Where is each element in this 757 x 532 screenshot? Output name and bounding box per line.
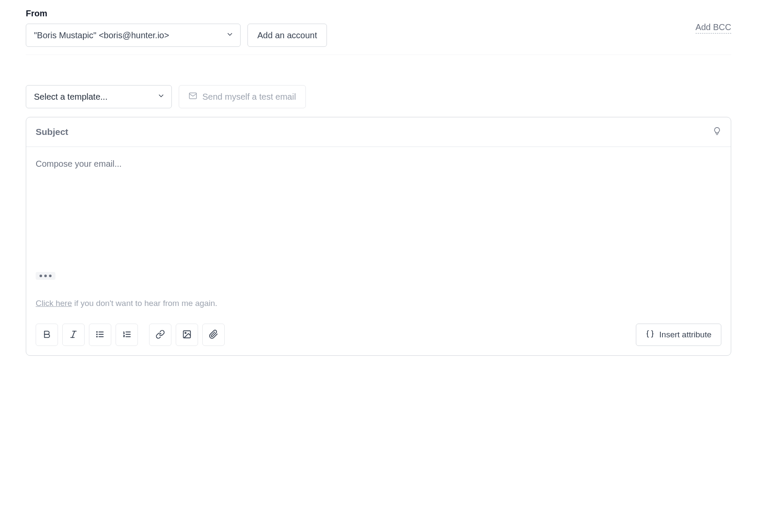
editor-toolbar: Insert attribute bbox=[26, 317, 731, 355]
unsubscribe-text: if you don't want to hear from me again. bbox=[72, 299, 217, 308]
template-select[interactable]: Select a template... bbox=[26, 85, 172, 108]
from-label: From bbox=[26, 9, 327, 18]
svg-line-3 bbox=[72, 331, 75, 337]
link-button[interactable] bbox=[149, 324, 171, 346]
bullet-list-button[interactable] bbox=[89, 324, 111, 346]
bold-icon bbox=[42, 330, 52, 340]
from-select-wrapper: "Boris Mustapic" <boris@hunter.io> bbox=[26, 24, 241, 47]
ellipsis-icon[interactable] bbox=[36, 272, 55, 280]
unsubscribe-line: Click here if you don't want to hear fro… bbox=[36, 299, 721, 308]
add-bcc-link[interactable]: Add BCC bbox=[696, 22, 731, 34]
svg-point-8 bbox=[97, 334, 98, 335]
template-row: Select a template... Send myself a test … bbox=[26, 85, 731, 108]
paperclip-icon bbox=[209, 330, 218, 340]
bold-button[interactable] bbox=[36, 324, 58, 346]
insert-attribute-button[interactable]: Insert attribute bbox=[636, 324, 721, 346]
send-test-email-label: Send myself a test email bbox=[202, 92, 296, 102]
template-select-wrapper: Select a template... bbox=[26, 85, 172, 108]
svg-point-7 bbox=[97, 331, 98, 332]
image-icon bbox=[182, 330, 192, 340]
add-account-button[interactable]: Add an account bbox=[247, 24, 327, 47]
lightbulb-icon[interactable] bbox=[713, 127, 721, 137]
email-editor: Compose your email... Click here if you … bbox=[26, 117, 731, 356]
ordered-list-button[interactable] bbox=[116, 324, 138, 346]
ordered-list-icon bbox=[122, 330, 131, 340]
link-icon bbox=[156, 330, 165, 340]
from-row: From "Boris Mustapic" <boris@hunter.io> … bbox=[26, 9, 731, 47]
attachment-button[interactable] bbox=[202, 324, 225, 346]
send-test-email-button[interactable]: Send myself a test email bbox=[179, 85, 306, 108]
divider bbox=[26, 55, 731, 55]
from-account-value: "Boris Mustapic" <boris@hunter.io> bbox=[34, 31, 169, 40]
subject-row bbox=[26, 117, 731, 147]
bullet-list-icon bbox=[95, 330, 105, 340]
braces-icon bbox=[646, 330, 654, 340]
subject-input[interactable] bbox=[36, 127, 713, 137]
envelope-icon bbox=[189, 92, 197, 102]
insert-attribute-label: Insert attribute bbox=[659, 330, 711, 339]
italic-icon bbox=[69, 330, 78, 340]
svg-point-14 bbox=[185, 332, 186, 333]
compose-body[interactable]: Compose your email... Click here if you … bbox=[26, 147, 731, 317]
add-account-label: Add an account bbox=[257, 31, 317, 40]
template-select-value: Select a template... bbox=[34, 92, 107, 102]
image-button[interactable] bbox=[176, 324, 198, 346]
from-account-select[interactable]: "Boris Mustapic" <boris@hunter.io> bbox=[26, 24, 241, 47]
italic-button[interactable] bbox=[62, 324, 85, 346]
svg-point-9 bbox=[97, 336, 98, 337]
compose-placeholder: Compose your email... bbox=[36, 159, 721, 169]
unsubscribe-link[interactable]: Click here bbox=[36, 299, 72, 308]
